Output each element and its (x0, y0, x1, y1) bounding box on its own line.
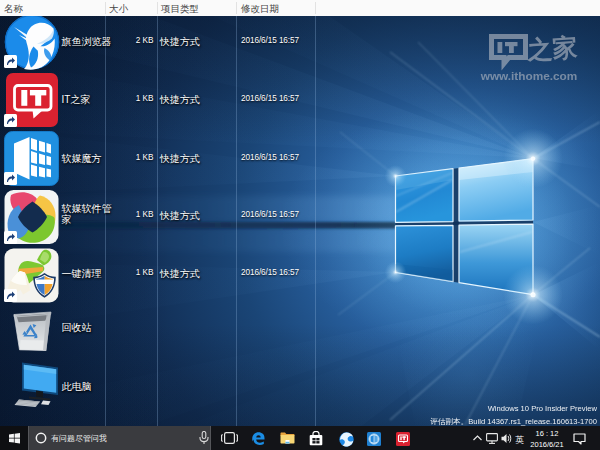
svg-text:之家: 之家 (525, 33, 578, 64)
svg-text:www.ithome.com: www.ithome.com (480, 69, 577, 83)
